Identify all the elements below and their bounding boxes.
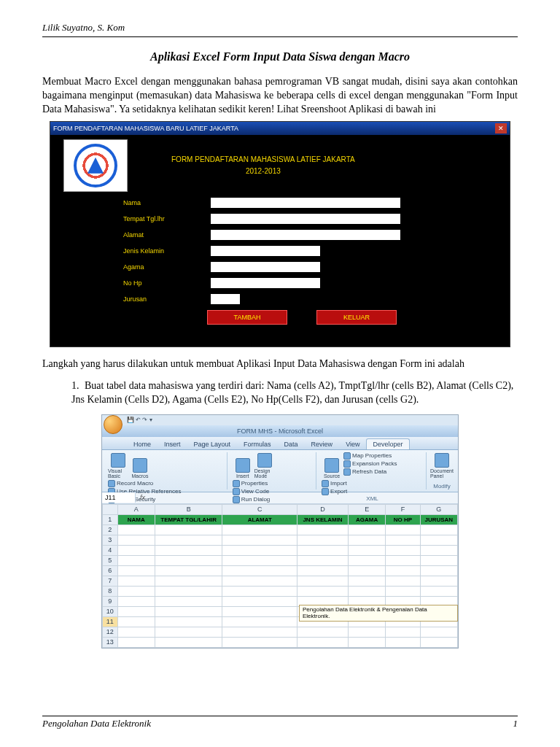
cell[interactable]: TEMPAT TGL/LAHIR (155, 514, 222, 525)
row-header[interactable]: 8 (103, 586, 118, 596)
tab-formulas[interactable]: Formulas (237, 438, 278, 449)
refresh-data-button[interactable]: Refresh Data (343, 468, 397, 476)
cell[interactable]: AGAMA (348, 514, 385, 525)
properties-button[interactable]: Properties (233, 480, 271, 487)
record-macro-button[interactable]: Record Macro (108, 480, 181, 487)
quick-access-toolbar: 💾 ↶ ↷ ▾ (102, 415, 458, 425)
group-label-modify: Modify (432, 483, 452, 489)
macros-button[interactable]: Macros (130, 452, 150, 479)
tab-insert[interactable]: Insert (158, 438, 187, 449)
row-header[interactable]: 2 (103, 525, 118, 535)
tab-review[interactable]: Review (305, 438, 340, 449)
row-header[interactable]: 5 (103, 555, 118, 565)
input-tempat[interactable] (211, 214, 400, 224)
col-header-a[interactable]: A (117, 504, 155, 514)
label-alamat: Alamat (123, 231, 211, 239)
tab-view[interactable]: View (339, 438, 366, 449)
tab-developer[interactable]: Developer (366, 438, 409, 449)
input-jurusan[interactable] (211, 294, 240, 304)
export-button[interactable]: Export (322, 488, 347, 495)
office-orb-icon[interactable] (104, 415, 122, 434)
ribbon-group-xml: Source Map Properties Expansion Packs Re… (319, 452, 427, 489)
cell[interactable]: ALAMAT (222, 514, 298, 525)
row-header[interactable]: 1 (103, 514, 118, 525)
input-agama[interactable] (211, 262, 320, 272)
fx-icon[interactable]: fx (136, 494, 149, 501)
insert-control-button[interactable]: Insert (233, 452, 253, 479)
form-body: Nama Tempat Tgl.lhr Alamat Jenis Kelamin… (50, 195, 510, 325)
view-code-button[interactable]: View Code (233, 488, 271, 495)
ribbon-group-code: Visual Basic Macros Record Macro Use Rel… (105, 452, 228, 489)
document-panel-button[interactable]: Document Panel (432, 452, 452, 479)
map-properties-button[interactable]: Map Properties (343, 452, 397, 460)
cell[interactable]: JURUSAN (420, 514, 457, 525)
label-nohp: No Hp (123, 279, 211, 287)
form-heading-line1: FORM PENDAFTARAN MAHASISWA LATIEF JAKART… (171, 154, 355, 166)
form-logo (63, 139, 128, 192)
comment-callout: Pengolahan Data Elektronik & Pengenalan … (299, 605, 458, 622)
label-agama: Agama (123, 263, 211, 271)
row-header[interactable]: 13 (103, 637, 118, 647)
ribbon-group-controls: Insert Design Mode Properties View Code … (230, 452, 316, 489)
row-header[interactable]: 4 (103, 545, 118, 555)
tab-home[interactable]: Home (127, 438, 158, 449)
header-author: Lilik Suyatno, S. Kom (42, 22, 518, 34)
cell[interactable]: JNS KELAMIN (298, 514, 349, 525)
page-footer: Pengolahan Data Elektronik 1 (42, 716, 518, 729)
col-header-c[interactable]: C (222, 504, 298, 514)
excel-titlebar: FORM MHS - Microsoft Excel (102, 425, 458, 437)
form-titlebar: FORM PENDAFTARAN MAHASISWA BARU LATIEF J… (50, 122, 510, 135)
row-header[interactable]: 6 (103, 565, 118, 576)
col-header-f[interactable]: F (386, 504, 420, 514)
corner-cell[interactable] (103, 504, 118, 514)
expansion-packs-button[interactable]: Expansion Packs (343, 460, 397, 468)
tambah-button[interactable]: TAMBAH (207, 310, 287, 325)
label-jurusan: Jurusan (123, 295, 211, 303)
ribbon: Visual Basic Macros Record Macro Use Rel… (102, 450, 458, 492)
step-number: 1. (71, 379, 85, 393)
tab-data[interactable]: Data (278, 438, 305, 449)
keluar-button[interactable]: KELUAR (316, 310, 397, 325)
label-tempat: Tempat Tgl.lhr (123, 215, 211, 222)
input-jk[interactable] (211, 246, 320, 256)
input-nohp[interactable] (211, 278, 320, 288)
row-header[interactable]: 12 (103, 627, 118, 637)
source-button[interactable]: Source (322, 452, 342, 479)
row-header[interactable]: 3 (103, 535, 118, 545)
excel-screenshot: 💾 ↶ ↷ ▾ FORM MHS - Microsoft Excel Home … (101, 414, 459, 649)
col-header-e[interactable]: E (348, 504, 385, 514)
input-alamat[interactable] (211, 230, 400, 240)
table-header-row: 1 NAMA TEMPAT TGL/LAHIR ALAMAT JNS KELAM… (103, 514, 458, 525)
col-header-d[interactable]: D (298, 504, 349, 514)
col-header-g[interactable]: G (420, 504, 457, 514)
visual-basic-button[interactable]: Visual Basic (108, 452, 128, 479)
design-mode-button[interactable]: Design Mode (254, 452, 275, 479)
header-rule (42, 36, 518, 37)
row-header[interactable]: 9 (103, 596, 118, 606)
tab-page-layout[interactable]: Page Layout (187, 438, 238, 449)
worksheet-grid[interactable]: A B C D E F G 1 NAMA TEMPAT TGL/LAHIR AL… (102, 504, 458, 648)
import-button[interactable]: Import (322, 480, 347, 487)
intro-paragraph: Membuat Macro Excel dengan menggunakan b… (42, 75, 518, 117)
row-header[interactable]: 11 (103, 616, 118, 627)
step-1-text: Buat tabel data mahasiswa yang terdiri d… (71, 380, 513, 406)
form-header: FORM PENDAFTARAN MAHASISWA LATIEF JAKART… (50, 135, 510, 195)
name-box[interactable]: J11 (102, 492, 136, 503)
footer-left: Pengolahan Data Elektronik (42, 718, 151, 729)
col-header-b[interactable]: B (155, 504, 222, 514)
ribbon-tabs: Home Insert Page Layout Formulas Data Re… (102, 437, 458, 450)
row-header[interactable]: 7 (103, 576, 118, 586)
cell[interactable]: NO HP (386, 514, 420, 525)
step-list: 1.Buat tabel data mahasiswa yang terdiri… (71, 379, 518, 407)
form-heading-line2: 2012-2013 (171, 166, 355, 177)
run-dialog-button[interactable]: Run Dialog (233, 496, 271, 503)
group-label-xml: XML (322, 495, 423, 502)
close-icon[interactable]: ✕ (495, 123, 507, 133)
label-nama: Nama (123, 199, 211, 206)
input-nama[interactable] (211, 198, 400, 208)
page-title: Aplikasi Excel Form Input Data Siswa den… (42, 50, 518, 63)
form-heading: FORM PENDAFTARAN MAHASISWA LATIEF JAKART… (171, 154, 355, 177)
cell[interactable]: NAMA (117, 514, 155, 525)
row-header[interactable]: 10 (103, 606, 118, 616)
para-langkah: Langkah yang harus dilakukan untuk membu… (42, 357, 518, 371)
